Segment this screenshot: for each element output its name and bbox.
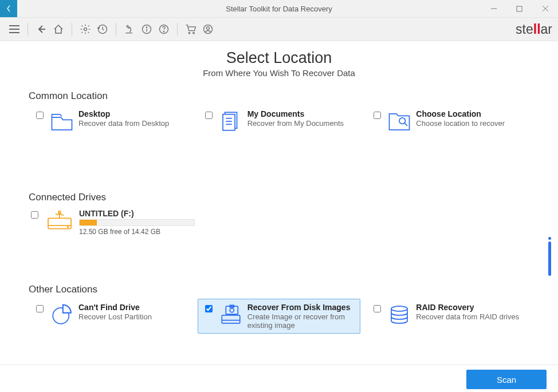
home-icon[interactable] [50, 21, 67, 38]
svg-line-3 [543, 6, 548, 11]
option-cant-find-drive-checkbox[interactable] [36, 305, 44, 312]
svg-point-12 [146, 27, 147, 27]
title-bar: Stellar Toolkit for Data Recovery [0, 0, 558, 17]
option-label: Desktop [78, 109, 169, 118]
svg-point-15 [188, 32, 190, 33]
svg-point-28 [68, 227, 69, 228]
raid-icon [387, 303, 411, 327]
svg-point-14 [163, 31, 164, 32]
help-icon[interactable] [155, 21, 172, 38]
option-choose-location[interactable]: Choose LocationChoose location to recove… [366, 105, 529, 137]
content-area: Select Location From Where You Wish To R… [0, 41, 558, 365]
drive-free-text: 12.50 GB free of 14.42 GB [79, 228, 195, 236]
folder-icon [50, 109, 74, 133]
svg-point-36 [391, 306, 407, 311]
section-common-heading: Common Location [29, 90, 529, 102]
user-icon[interactable] [199, 21, 217, 38]
back-icon[interactable] [33, 21, 50, 38]
option-raid[interactable]: RAID RecoveryRecover data from RAID driv… [366, 299, 529, 334]
option-desktop-checkbox[interactable] [36, 112, 44, 119]
option-my-documents[interactable]: My DocumentsRecover from My Documents [198, 105, 361, 137]
disk-image-icon [219, 303, 243, 327]
option-raid-checkbox[interactable] [374, 305, 381, 312]
option-label: Choose Location [416, 109, 505, 118]
svg-line-2 [543, 6, 548, 11]
info-icon[interactable] [138, 21, 155, 38]
history-icon[interactable] [94, 21, 111, 38]
svg-rect-1 [517, 6, 522, 11]
cart-icon[interactable] [182, 21, 199, 38]
drive-f-checkbox[interactable] [31, 211, 38, 219]
option-label: RAID Recovery [416, 303, 519, 312]
usage-bar [79, 219, 195, 226]
svg-rect-20 [223, 114, 235, 130]
option-sublabel: Recover data from Desktop [78, 119, 169, 128]
option-disk-images-checkbox[interactable] [205, 305, 213, 312]
scrollbar-top-marker [548, 237, 551, 240]
option-choose-location-checkbox[interactable] [374, 112, 381, 119]
option-sublabel: Recover from My Documents [247, 119, 344, 128]
footer: Scan [0, 365, 558, 392]
svg-line-25 [404, 123, 407, 126]
gear-icon[interactable] [77, 21, 94, 38]
search-folder-icon [387, 109, 411, 133]
usb-drive-icon [46, 209, 73, 232]
option-disk-images[interactable]: Recover From Disk ImagesCreate Image or … [198, 299, 361, 334]
svg-point-34 [230, 308, 234, 312]
section-drives-heading: Connected Drives [29, 192, 529, 203]
drive-f[interactable]: UNTITLED (F:)12.50 GB free of 14.42 GB [29, 207, 529, 238]
svg-point-29 [58, 211, 61, 213]
pie-icon [50, 303, 74, 327]
close-button[interactable] [532, 0, 558, 17]
option-label: Can't Find Drive [78, 303, 152, 312]
svg-point-18 [207, 27, 210, 30]
toolbar: stellar [0, 17, 558, 41]
svg-rect-31 [222, 315, 240, 323]
drive-label: UNTITLED (F:) [79, 209, 195, 218]
microscope-icon[interactable] [121, 21, 138, 38]
maximize-button[interactable] [506, 0, 532, 17]
option-label: Recover From Disk Images [247, 303, 356, 312]
option-sublabel: Recover Lost Partition [78, 312, 152, 321]
option-label: My Documents [247, 109, 344, 118]
page-subtitle: From Where You Wish To Recover Data [29, 68, 529, 78]
option-sublabel: Create Image or recover from existing im… [247, 312, 356, 330]
scrollbar-thumb[interactable] [548, 241, 551, 276]
window-title: Stellar Toolkit for Data Recovery [0, 5, 558, 13]
page-title: Select Location [29, 49, 529, 67]
documents-icon [219, 109, 243, 133]
option-sublabel: Choose location to recover [416, 119, 505, 128]
hamburger-icon[interactable] [6, 21, 23, 38]
option-sublabel: Recover data from RAID drives [416, 312, 519, 321]
section-other-heading: Other Locations [29, 284, 529, 295]
svg-point-8 [84, 28, 87, 31]
minimize-button[interactable] [481, 0, 506, 17]
option-cant-find-drive[interactable]: Can't Find DriveRecover Lost Partition [29, 299, 192, 334]
svg-point-16 [193, 32, 195, 33]
scan-button[interactable]: Scan [466, 370, 547, 389]
brand-logo: stellar [516, 22, 552, 37]
option-desktop[interactable]: DesktopRecover data from Desktop [29, 105, 192, 137]
option-my-documents-checkbox[interactable] [205, 112, 213, 119]
